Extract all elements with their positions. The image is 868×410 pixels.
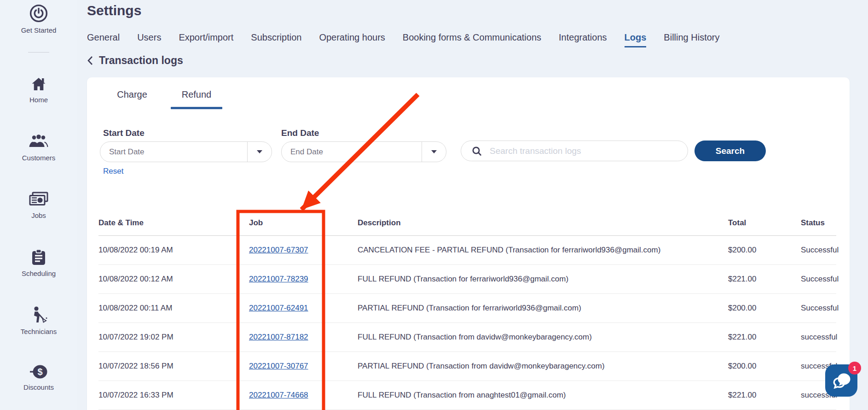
cell-description: PARTIAL REFUND (Transaction from davidw@…: [358, 352, 728, 381]
cell-date: 10/07/2022 16:33 PM: [98, 381, 249, 410]
sidebar-divider: [28, 52, 49, 53]
status-text: Successful: [801, 294, 836, 323]
cell-description: PARTIAL REFUND (Transaction for ferrariw…: [358, 294, 728, 323]
transaction-logs-panel: Charge Refund Start Date End Date Search…: [87, 77, 850, 410]
chevron-down-icon: [257, 150, 262, 153]
start-date-dropdown-button[interactable]: [247, 142, 272, 162]
sidebar-item-jobs[interactable]: Jobs: [0, 192, 77, 219]
search-button[interactable]: Search: [694, 141, 766, 161]
sidebar: Get Started Home Customers Jobs Scheduli…: [0, 0, 77, 410]
end-date-field: [281, 141, 446, 162]
technician-icon: [29, 306, 48, 324]
cell-date: 10/08/2022 00:19 AM: [98, 236, 249, 265]
sidebar-item-home[interactable]: Home: [0, 76, 77, 104]
sidebar-item-label: Home: [0, 96, 77, 104]
tab-export-import[interactable]: Export/import: [179, 32, 233, 47]
table-header-row: Date & Time Job Description Total Status: [98, 212, 836, 236]
home-icon: [30, 76, 47, 94]
col-header-date-time: Date & Time: [98, 212, 249, 236]
cell-description: FULL REFUND (Transaction for ferrariworl…: [358, 265, 728, 294]
cell-total: $221.00: [728, 381, 801, 410]
col-header-job: Job: [249, 212, 358, 236]
cell-date: 10/07/2022 19:02 PM: [98, 323, 249, 352]
job-link[interactable]: 20221007-74668: [249, 391, 308, 399]
sidebar-item-label: Customers: [0, 154, 77, 162]
cell-total: $200.00: [728, 236, 801, 265]
status-text: Successful: [801, 265, 836, 294]
start-date-field: [100, 141, 272, 162]
status-text: Successful: [801, 236, 836, 265]
end-date-dropdown-button[interactable]: [422, 142, 446, 162]
job-link[interactable]: 20221007-67307: [249, 246, 308, 254]
sidebar-item-customers[interactable]: Customers: [0, 134, 77, 162]
chat-notification-badge[interactable]: 1: [848, 362, 861, 375]
cell-date: 10/08/2022 00:12 AM: [98, 265, 249, 294]
sidebar-item-discounts[interactable]: $ Discounts: [0, 363, 77, 391]
col-header-description: Description: [358, 212, 728, 236]
clipboard-icon: [31, 249, 46, 267]
tab-operating-hours[interactable]: Operating hours: [319, 32, 385, 47]
sidebar-item-label: Scheduling: [0, 269, 77, 277]
end-date-input[interactable]: [282, 142, 422, 162]
col-header-status: Status: [801, 212, 836, 236]
tab-booking-forms[interactable]: Booking forms & Communications: [403, 32, 541, 47]
cash-icon: [29, 192, 48, 210]
page-title: Settings: [87, 3, 141, 18]
customers-icon: [29, 134, 49, 152]
cell-total: $221.00: [728, 265, 801, 294]
search-input[interactable]: [489, 146, 680, 157]
charge-refund-tabs: Charge Refund: [106, 88, 222, 109]
back-chevron-icon[interactable]: [87, 56, 93, 65]
status-text: successful: [801, 323, 836, 352]
table-row: 10/07/2022 16:33 PM 20221007-74668 FULL …: [98, 381, 836, 410]
chat-bubbles-icon: [831, 370, 852, 391]
cell-description: FULL REFUND (Transaction from davidw@mon…: [358, 323, 728, 352]
chevron-down-icon: [431, 150, 437, 153]
sidebar-item-technicians[interactable]: Technicians: [0, 306, 77, 335]
job-link[interactable]: 20221007-30767: [249, 362, 308, 370]
svg-text:$: $: [37, 367, 42, 377]
sidebar-item-label: Jobs: [0, 211, 77, 219]
cell-date: 10/07/2022 18:56 PM: [98, 352, 249, 381]
tab-logs[interactable]: Logs: [625, 32, 647, 47]
end-date-label: End Date: [281, 128, 319, 138]
tab-refund[interactable]: Refund: [171, 88, 222, 109]
search-field: [461, 141, 688, 161]
sidebar-item-scheduling[interactable]: Scheduling: [0, 249, 77, 277]
sidebar-item-label: Technicians: [0, 328, 77, 335]
job-link[interactable]: 20221007-87182: [249, 333, 308, 341]
search-icon: [471, 146, 482, 157]
cell-total: $200.00: [728, 294, 801, 323]
table-row: 10/08/2022 00:19 AM 20221007-67307 CANCE…: [98, 236, 836, 265]
start-date-input[interactable]: [100, 142, 247, 162]
col-header-total: Total: [728, 212, 801, 236]
job-link[interactable]: 20221007-62491: [249, 304, 308, 312]
table-row: 10/08/2022 00:11 AM 20221007-62491 PARTI…: [98, 294, 836, 323]
transactions-table: Date & Time Job Description Total Status…: [98, 212, 836, 410]
reset-link[interactable]: Reset: [103, 167, 123, 176]
dollar-coin-icon: $: [29, 363, 48, 382]
cell-total: $221.00: [728, 323, 801, 352]
cell-description: CANCELATION FEE - PARTIAL REFUND (Transa…: [358, 236, 728, 265]
tab-billing-history[interactable]: Billing History: [664, 32, 719, 47]
table-row: 10/07/2022 19:02 PM 20221007-87182 FULL …: [98, 323, 836, 352]
tab-charge[interactable]: Charge: [106, 88, 158, 109]
table-row: 10/07/2022 18:56 PM 20221007-30767 PARTI…: [98, 352, 836, 381]
cell-date: 10/08/2022 00:11 AM: [98, 294, 249, 323]
sidebar-item-label: Discounts: [0, 383, 77, 391]
settings-nav: General Users Export/import Subscription…: [87, 32, 720, 47]
section-title: Transaction logs: [99, 54, 183, 67]
power-icon: [29, 4, 48, 22]
start-date-label: Start Date: [103, 128, 145, 138]
cell-description: FULL REFUND (Transaction from anaghtest0…: [358, 381, 728, 410]
sidebar-item-get-started[interactable]: Get Started: [0, 4, 77, 34]
breadcrumb: Transaction logs: [87, 54, 183, 67]
table-row: 10/08/2022 00:12 AM 20221007-78239 FULL …: [98, 265, 836, 294]
tab-subscription[interactable]: Subscription: [251, 32, 301, 47]
cell-total: $200.00: [728, 352, 801, 381]
job-link[interactable]: 20221007-78239: [249, 275, 308, 283]
tab-users[interactable]: Users: [137, 32, 161, 47]
sidebar-item-label: Get Started: [0, 26, 77, 34]
tab-integrations[interactable]: Integrations: [559, 32, 607, 47]
tab-general[interactable]: General: [87, 32, 120, 47]
